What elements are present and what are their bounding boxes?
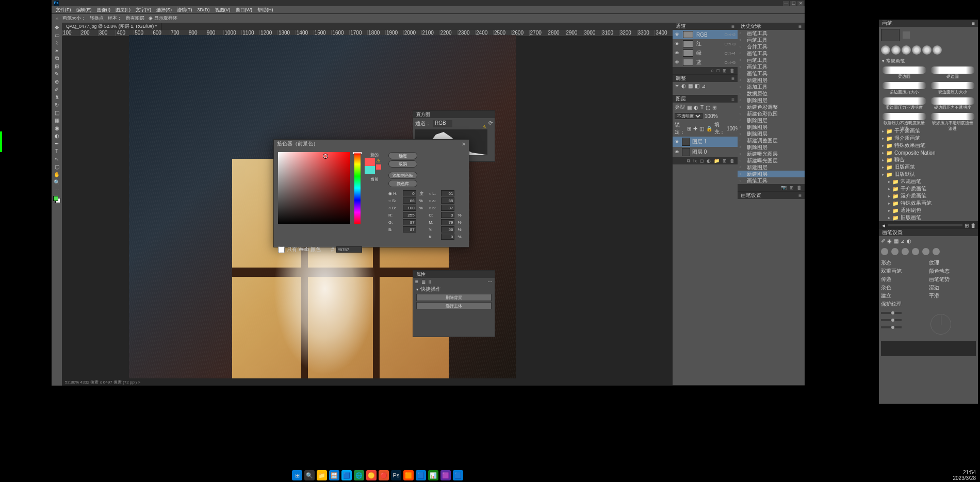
filter-text-icon[interactable]: T [700, 105, 704, 110]
brush-tip-icon[interactable] [912, 45, 921, 55]
adjustment-icon[interactable]: ☀ [675, 83, 679, 89]
brush-setting-row[interactable]: 平滑 [929, 292, 976, 300]
menu-image[interactable]: 图像(I) [95, 7, 113, 13]
layer-row[interactable]: 👁图层 1 [673, 137, 738, 147]
adjustment-icon[interactable]: ◧ [695, 83, 699, 89]
tip-shape[interactable] [922, 248, 929, 255]
visibility-icon[interactable]: 👁 [675, 139, 680, 144]
brush-folder[interactable]: 📁特殊效果画笔 [879, 142, 978, 149]
menu-file[interactable]: 文件(F) [54, 7, 73, 13]
layer-name[interactable]: 图层 0 [692, 148, 707, 156]
snapshot-icon[interactable]: 📷 [781, 185, 787, 190]
bval-input[interactable] [403, 205, 416, 211]
taskbar-app[interactable]: 🌐 [354, 470, 364, 480]
brush-subfolder[interactable]: 📁旧版画笔 [879, 214, 978, 221]
panel-menu-icon[interactable]: ≡ [798, 193, 802, 198]
tip-shape[interactable] [881, 248, 888, 255]
history-step[interactable]: ▫新建调整图层 [738, 137, 805, 144]
history-step[interactable]: ▫新建曝光图层 [738, 151, 805, 157]
brush-setting-row[interactable]: 传递 [881, 276, 928, 283]
menu-filter[interactable]: 滤镜(T) [175, 7, 194, 13]
opacity-value[interactable]: 100% [705, 113, 718, 119]
history-step[interactable]: ▫添加工具 [738, 84, 805, 90]
delete-layer-icon[interactable]: 🗑 [730, 158, 734, 163]
brush-setting-row[interactable]: 保护纹理 [881, 301, 928, 308]
properties-panel[interactable]: 属性 ≡ ≣ ⫴ ⋯ ▾ 快捷操作 删除背景 选择主体 [413, 270, 495, 337]
history-step[interactable]: ▫画笔工具 [738, 30, 805, 37]
brush-setting-row[interactable]: 纹理 [929, 259, 976, 267]
taskbar-app[interactable]: 🟦 [341, 470, 352, 480]
adjustments-tab[interactable]: 调整 [676, 75, 686, 82]
history-step[interactable]: ▫新建曝光图层 [738, 157, 805, 164]
brush-setting-row[interactable]: 杂色 [881, 284, 928, 291]
foreground-color[interactable] [53, 196, 58, 201]
minimize-button[interactable]: — [783, 1, 789, 6]
lock-all-icon[interactable]: ⊞ [687, 126, 691, 131]
h-radio[interactable]: ◉ H: [388, 191, 401, 196]
link-icon[interactable]: ⧉ [687, 158, 690, 164]
hue-marker[interactable] [353, 152, 362, 154]
brush-preset[interactable] [930, 82, 975, 89]
brush-folder[interactable]: 📁旧版默认 [879, 171, 978, 178]
blend-mode-select[interactable]: 不透明度 [675, 113, 703, 119]
group-icon[interactable]: 📁 [714, 158, 720, 163]
add-swatch-button[interactable]: 添加到色板 [388, 172, 417, 179]
hex-input[interactable] [336, 246, 362, 253]
l-input[interactable] [441, 190, 454, 196]
taskbar-app[interactable]: 📁 [317, 470, 327, 480]
menu-type[interactable]: 文字(Y) [134, 7, 153, 13]
fx-icon[interactable]: fx [693, 158, 697, 163]
brush-setting-row[interactable]: 湿边 [929, 284, 976, 291]
blab-radio[interactable]: ○ b: [429, 206, 439, 210]
brush-preset[interactable] [882, 97, 926, 105]
menu-3d[interactable]: 3D(D) [195, 7, 212, 12]
history-step[interactable]: ▫新建图层 [738, 171, 805, 177]
lock-icon[interactable]: 🔒 [706, 126, 712, 131]
history-step[interactable]: ▫合并工具 [738, 43, 805, 50]
history-step[interactable]: ▫画笔工具 [738, 177, 805, 184]
lasso-tool-icon[interactable]: ⌇ [53, 39, 61, 46]
align-right-icon[interactable]: ⫴ [429, 279, 431, 284]
web-only-checkbox[interactable] [278, 246, 285, 253]
websafe-icon[interactable] [376, 164, 381, 170]
current-color-swatch[interactable] [365, 166, 375, 174]
layer-name[interactable]: 图层 1 [692, 138, 707, 145]
history-step[interactable]: ▫新建色彩调整 [738, 104, 805, 110]
history-step[interactable]: ▫画笔工具 [738, 50, 805, 57]
brush-preset[interactable] [930, 67, 975, 74]
brush-preset[interactable] [882, 113, 926, 120]
options-mode[interactable]: 转换点 [90, 15, 104, 22]
engine-icon[interactable]: ▦ [894, 238, 899, 244]
align-left-icon[interactable]: ≡ [415, 279, 418, 284]
brush-preset-icon[interactable] [903, 31, 910, 39]
engine-icon[interactable]: ⊿ [901, 238, 905, 244]
taskbar-app[interactable]: ⊞ [292, 470, 302, 480]
history-step[interactable]: ▫删除图层 [738, 97, 805, 104]
crop-tool-icon[interactable]: ⧉ [53, 55, 61, 62]
g-input[interactable] [403, 219, 416, 225]
brush-preset[interactable] [882, 67, 926, 74]
taskbar-app[interactable]: 🟪 [440, 470, 451, 480]
brush-setting-row[interactable]: 建立 [881, 292, 928, 300]
menu-select[interactable]: 选择(S) [154, 7, 174, 13]
history-step[interactable]: ▫新建色彩范围 [738, 110, 805, 117]
load-selection-icon[interactable]: ○ [711, 68, 713, 73]
dodge-tool-icon[interactable]: ◐ [53, 132, 61, 139]
close-button[interactable]: ✕ [797, 1, 804, 6]
filter-pixel-icon[interactable]: ▦ [687, 105, 692, 110]
cancel-button[interactable]: 取消 [388, 160, 417, 168]
eyedropper-tool-icon[interactable]: ✎ [53, 70, 61, 77]
filter-shape-icon[interactable]: ▢ [706, 105, 710, 110]
history-step[interactable]: ▫新建图层 [738, 164, 805, 171]
heal-tool-icon[interactable]: ⊕ [53, 78, 61, 85]
history-brush-icon[interactable]: ↻ [53, 101, 61, 108]
brush-tip-icon[interactable] [891, 45, 901, 55]
menu-layer[interactable]: 图层(L) [113, 7, 133, 13]
blur-tool-icon[interactable]: ◉ [53, 124, 61, 131]
history-step[interactable]: ▫画笔工具 [738, 70, 805, 77]
engine-icon[interactable]: ✐ [881, 238, 885, 244]
edit-toolbar-icon[interactable]: ⋯ [53, 186, 61, 193]
brush-engine-tab[interactable]: 画笔设置 [882, 229, 903, 236]
brush-subfolder[interactable]: 📁通用刷包 [879, 207, 978, 214]
taskbar-app[interactable]: Ps [391, 470, 401, 480]
